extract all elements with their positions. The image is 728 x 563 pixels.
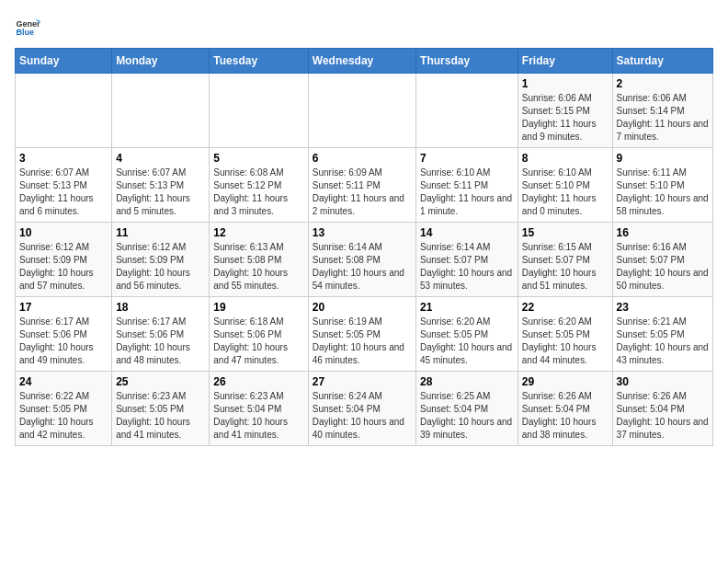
day-number: 14 — [420, 226, 514, 239]
week-row-2: 3Sunrise: 6:07 AMSunset: 5:13 PMDaylight… — [16, 148, 713, 223]
calendar-cell: 7Sunrise: 6:10 AMSunset: 5:11 PMDaylight… — [416, 148, 518, 223]
calendar-cell: 12Sunrise: 6:13 AMSunset: 5:08 PMDayligh… — [210, 223, 308, 297]
day-info: Sunrise: 6:26 AMSunset: 5:04 PMDaylight:… — [617, 390, 709, 442]
column-header-saturday: Saturday — [612, 49, 712, 74]
calendar-cell — [308, 74, 415, 148]
day-number: 10 — [19, 226, 108, 239]
day-number: 7 — [420, 152, 514, 165]
calendar-cell: 4Sunrise: 6:07 AMSunset: 5:13 PMDaylight… — [112, 148, 210, 223]
calendar-cell: 20Sunrise: 6:19 AMSunset: 5:05 PMDayligh… — [308, 297, 415, 372]
day-info: Sunrise: 6:10 AMSunset: 5:11 PMDaylight:… — [420, 167, 514, 218]
column-header-wednesday: Wednesday — [308, 49, 415, 74]
day-info: Sunrise: 6:14 AMSunset: 5:07 PMDaylight:… — [420, 241, 514, 293]
calendar-cell — [112, 74, 210, 148]
day-number: 30 — [617, 375, 709, 388]
svg-text:Blue: Blue — [16, 28, 34, 37]
week-row-1: 1Sunrise: 6:06 AMSunset: 5:15 PMDaylight… — [16, 74, 713, 148]
calendar-cell: 13Sunrise: 6:14 AMSunset: 5:08 PMDayligh… — [308, 223, 415, 297]
day-number: 27 — [313, 375, 412, 388]
day-number: 19 — [213, 301, 303, 314]
calendar-cell: 21Sunrise: 6:20 AMSunset: 5:05 PMDayligh… — [416, 297, 518, 372]
day-number: 18 — [116, 301, 205, 314]
day-number: 2 — [617, 77, 709, 90]
day-info: Sunrise: 6:06 AMSunset: 5:15 PMDaylight:… — [522, 92, 609, 144]
calendar-cell: 6Sunrise: 6:09 AMSunset: 5:11 PMDaylight… — [308, 148, 415, 223]
day-info: Sunrise: 6:12 AMSunset: 5:09 PMDaylight:… — [19, 241, 108, 293]
calendar-cell — [16, 74, 112, 148]
day-number: 11 — [116, 226, 205, 239]
day-info: Sunrise: 6:21 AMSunset: 5:05 PMDaylight:… — [617, 316, 709, 367]
calendar-cell: 15Sunrise: 6:15 AMSunset: 5:07 PMDayligh… — [518, 223, 612, 297]
day-info: Sunrise: 6:17 AMSunset: 5:06 PMDaylight:… — [116, 316, 205, 367]
week-row-3: 10Sunrise: 6:12 AMSunset: 5:09 PMDayligh… — [16, 223, 713, 297]
day-info: Sunrise: 6:18 AMSunset: 5:06 PMDaylight:… — [213, 316, 303, 367]
day-info: Sunrise: 6:11 AMSunset: 5:10 PMDaylight:… — [617, 167, 709, 218]
calendar-table: SundayMondayTuesdayWednesdayThursdayFrid… — [15, 48, 713, 446]
column-header-sunday: Sunday — [16, 49, 112, 74]
day-info: Sunrise: 6:07 AMSunset: 5:13 PMDaylight:… — [116, 167, 205, 218]
week-row-5: 24Sunrise: 6:22 AMSunset: 5:05 PMDayligh… — [16, 372, 713, 446]
calendar-cell: 5Sunrise: 6:08 AMSunset: 5:12 PMDaylight… — [210, 148, 308, 223]
day-number: 8 — [522, 152, 609, 165]
page-header: General Blue — [15, 15, 713, 40]
calendar-cell: 9Sunrise: 6:11 AMSunset: 5:10 PMDaylight… — [612, 148, 712, 223]
calendar-cell: 14Sunrise: 6:14 AMSunset: 5:07 PMDayligh… — [416, 223, 518, 297]
day-info: Sunrise: 6:24 AMSunset: 5:04 PMDaylight:… — [313, 390, 412, 442]
calendar-cell: 26Sunrise: 6:23 AMSunset: 5:04 PMDayligh… — [210, 372, 308, 446]
day-number: 23 — [617, 301, 709, 314]
day-info: Sunrise: 6:08 AMSunset: 5:12 PMDaylight:… — [213, 167, 303, 218]
logo: General Blue — [15, 15, 44, 40]
day-info: Sunrise: 6:22 AMSunset: 5:05 PMDaylight:… — [19, 390, 108, 442]
day-info: Sunrise: 6:06 AMSunset: 5:14 PMDaylight:… — [617, 92, 709, 144]
day-info: Sunrise: 6:20 AMSunset: 5:05 PMDaylight:… — [420, 316, 514, 367]
day-info: Sunrise: 6:14 AMSunset: 5:08 PMDaylight:… — [313, 241, 412, 293]
day-number: 29 — [522, 375, 609, 388]
day-info: Sunrise: 6:09 AMSunset: 5:11 PMDaylight:… — [313, 167, 412, 218]
calendar-cell: 8Sunrise: 6:10 AMSunset: 5:10 PMDaylight… — [518, 148, 612, 223]
calendar-cell: 27Sunrise: 6:24 AMSunset: 5:04 PMDayligh… — [308, 372, 415, 446]
day-number: 21 — [420, 301, 514, 314]
day-info: Sunrise: 6:25 AMSunset: 5:04 PMDaylight:… — [420, 390, 514, 442]
day-info: Sunrise: 6:20 AMSunset: 5:05 PMDaylight:… — [522, 316, 609, 367]
day-info: Sunrise: 6:13 AMSunset: 5:08 PMDaylight:… — [213, 241, 303, 293]
day-number: 16 — [617, 226, 709, 239]
calendar-cell: 25Sunrise: 6:23 AMSunset: 5:05 PMDayligh… — [112, 372, 210, 446]
calendar-cell: 18Sunrise: 6:17 AMSunset: 5:06 PMDayligh… — [112, 297, 210, 372]
calendar-cell: 16Sunrise: 6:16 AMSunset: 5:07 PMDayligh… — [612, 223, 712, 297]
day-number: 24 — [19, 375, 108, 388]
column-header-tuesday: Tuesday — [210, 49, 308, 74]
column-header-friday: Friday — [518, 49, 612, 74]
calendar-cell: 1Sunrise: 6:06 AMSunset: 5:15 PMDaylight… — [518, 74, 612, 148]
day-info: Sunrise: 6:17 AMSunset: 5:06 PMDaylight:… — [19, 316, 108, 367]
calendar-cell: 10Sunrise: 6:12 AMSunset: 5:09 PMDayligh… — [16, 223, 112, 297]
day-info: Sunrise: 6:07 AMSunset: 5:13 PMDaylight:… — [19, 167, 108, 218]
day-number: 6 — [313, 152, 412, 165]
calendar-cell: 17Sunrise: 6:17 AMSunset: 5:06 PMDayligh… — [16, 297, 112, 372]
calendar-cell: 2Sunrise: 6:06 AMSunset: 5:14 PMDaylight… — [612, 74, 712, 148]
day-info: Sunrise: 6:10 AMSunset: 5:10 PMDaylight:… — [522, 167, 609, 218]
calendar-cell — [210, 74, 308, 148]
day-info: Sunrise: 6:23 AMSunset: 5:04 PMDaylight:… — [213, 390, 303, 442]
day-number: 25 — [116, 375, 205, 388]
day-number: 26 — [213, 375, 303, 388]
day-info: Sunrise: 6:19 AMSunset: 5:05 PMDaylight:… — [313, 316, 412, 367]
calendar-cell: 23Sunrise: 6:21 AMSunset: 5:05 PMDayligh… — [612, 297, 712, 372]
day-number: 28 — [420, 375, 514, 388]
day-number: 3 — [19, 152, 108, 165]
day-number: 9 — [617, 152, 709, 165]
calendar-cell: 22Sunrise: 6:20 AMSunset: 5:05 PMDayligh… — [518, 297, 612, 372]
calendar-cell: 30Sunrise: 6:26 AMSunset: 5:04 PMDayligh… — [612, 372, 712, 446]
day-number: 5 — [213, 152, 303, 165]
day-info: Sunrise: 6:15 AMSunset: 5:07 PMDaylight:… — [522, 241, 609, 293]
week-row-4: 17Sunrise: 6:17 AMSunset: 5:06 PMDayligh… — [16, 297, 713, 372]
calendar-cell — [416, 74, 518, 148]
day-info: Sunrise: 6:16 AMSunset: 5:07 PMDaylight:… — [617, 241, 709, 293]
calendar-header-row: SundayMondayTuesdayWednesdayThursdayFrid… — [16, 49, 713, 74]
day-number: 1 — [522, 77, 609, 90]
logo-icon: General Blue — [15, 15, 40, 40]
column-header-monday: Monday — [112, 49, 210, 74]
calendar-cell: 28Sunrise: 6:25 AMSunset: 5:04 PMDayligh… — [416, 372, 518, 446]
calendar-cell: 29Sunrise: 6:26 AMSunset: 5:04 PMDayligh… — [518, 372, 612, 446]
day-info: Sunrise: 6:23 AMSunset: 5:05 PMDaylight:… — [116, 390, 205, 442]
column-header-thursday: Thursday — [416, 49, 518, 74]
